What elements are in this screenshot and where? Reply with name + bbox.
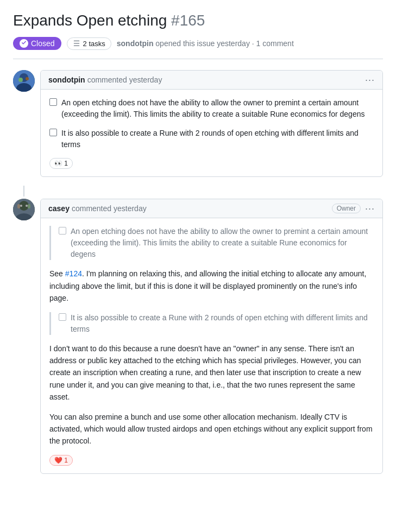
check-circle-icon: [20, 39, 28, 48]
svg-point-11: [26, 205, 28, 207]
comment-time-1: commented yesterday: [87, 75, 162, 84]
more-options-icon-2[interactable]: ···: [365, 204, 375, 213]
comment-header-2: casey commented yesterday Owner ···: [41, 199, 382, 218]
comment-body-2: An open etching does not have the abilit…: [41, 218, 382, 473]
svg-point-4: [26, 77, 29, 80]
task-item-1-2: It is also possible to create a Rune wit…: [49, 128, 374, 150]
tasks-badge[interactable]: 2 tasks: [67, 37, 111, 50]
reaction-eyes-1[interactable]: 👀 1: [49, 158, 73, 169]
reactions-1: 👀 1: [49, 158, 374, 169]
svg-point-3: [18, 78, 23, 82]
divider: [13, 59, 383, 59]
status-badge: Closed: [13, 37, 61, 50]
task-text-1-1: An open etching does not have the abilit…: [61, 97, 374, 120]
comment-author-2[interactable]: casey: [48, 204, 70, 213]
owner-badge: Owner: [332, 204, 361, 213]
blockquote-2: It is also possible to create a Rune wit…: [49, 312, 374, 335]
comment-thread-2: casey commented yesterday Owner ··· An o…: [13, 199, 383, 473]
task-text-1-2: It is also possible to create a Rune wit…: [61, 128, 374, 150]
link-issue-124[interactable]: #124: [65, 269, 82, 278]
avatar-sondotpin: [13, 70, 35, 92]
comment-thread-1: sondotpin commented yesterday ··· An ope…: [13, 70, 383, 177]
casey-para-3: You can also premine a bunch and use som…: [49, 411, 374, 447]
blockquote-text-2: It is also possible to create a Rune wit…: [71, 312, 374, 335]
avatar-casey: [13, 199, 35, 220]
blockquote-task-2: It is also possible to create a Rune wit…: [59, 312, 374, 335]
comment-body-1: An open etching does not have the abilit…: [41, 90, 382, 176]
blockquote-task-1: An open etching does not have the abilit…: [59, 226, 374, 260]
reactions-2: ❤️ 1: [49, 455, 374, 466]
issue-meta-text: sondotpin opened this issue yesterday · …: [117, 39, 294, 48]
comment-box-1: sondotpin commented yesterday ··· An ope…: [40, 70, 383, 177]
issue-title-text: Expands Open etching: [13, 12, 167, 29]
connector-line: [23, 186, 24, 197]
task-checkbox-1-1[interactable]: [49, 98, 57, 106]
task-item-1-1: An open etching does not have the abilit…: [49, 97, 374, 120]
task-checkbox-1-2[interactable]: [49, 129, 57, 136]
issue-title: Expands Open etching #165: [13, 11, 383, 30]
avatar-image-casey: [13, 199, 35, 220]
casey-para-1: See #124. I'm planning on relaxing this,…: [49, 268, 374, 304]
blockquote-1: An open etching does not have the abilit…: [49, 226, 374, 260]
comment-box-2: casey commented yesterday Owner ··· An o…: [40, 199, 383, 473]
reaction-heart-2[interactable]: ❤️ 1: [49, 455, 73, 466]
comment-author-1[interactable]: sondotpin: [48, 75, 85, 84]
tasks-icon: [73, 40, 80, 47]
blockquote-checkbox-2: [59, 313, 66, 321]
svg-point-10: [20, 205, 22, 207]
status-label: Closed: [31, 39, 55, 48]
blockquote-checkbox-1: [59, 227, 66, 235]
comment-time-2: commented yesterday: [72, 204, 147, 213]
avatar-image-sondotpin: [13, 70, 35, 92]
tasks-label: 2 tasks: [83, 40, 105, 48]
svg-rect-7: [17, 204, 20, 208]
comment-header-1: sondotpin commented yesterday ···: [41, 71, 382, 90]
issue-number: #165: [171, 12, 205, 29]
svg-rect-8: [28, 204, 30, 208]
issue-meta-row: Closed 2 tasks sondotpin opened this iss…: [13, 37, 383, 50]
more-options-icon-1[interactable]: ···: [365, 75, 375, 85]
casey-para-2: I don't want to do this because a rune d…: [49, 343, 374, 403]
blockquote-text-1: An open etching does not have the abilit…: [71, 226, 374, 260]
issue-opener[interactable]: sondotpin: [117, 39, 154, 48]
